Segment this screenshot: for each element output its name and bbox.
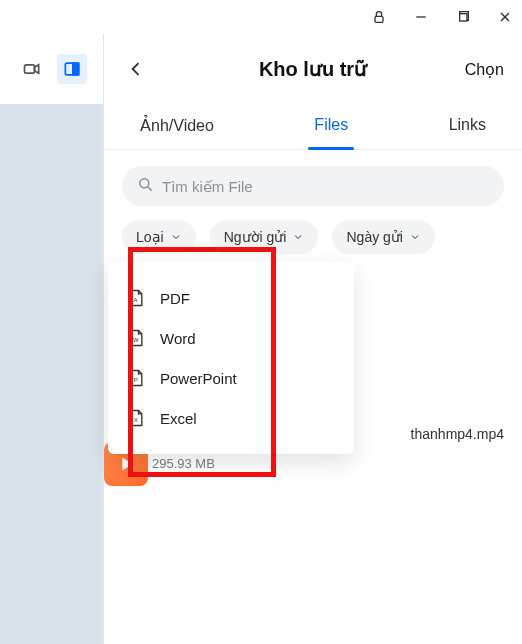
search-bar[interactable] [122,166,504,206]
dropdown-item-excel[interactable]: X Excel [118,398,344,438]
dropdown-item-label: PowerPoint [160,370,237,387]
select-button[interactable]: Chọn [465,60,504,79]
left-sidebar [0,34,104,644]
main-panel: Kho lưu trữ Chọn Ảnh/Video Files Links L… [104,34,522,644]
chevron-down-icon [409,231,421,243]
filters-row: Loại Người gửi Ngày gửi [104,220,522,268]
excel-icon: X [126,407,146,429]
dropdown-item-label: Word [160,330,196,347]
app-body: Kho lưu trữ Chọn Ảnh/Video Files Links L… [0,34,522,644]
filter-type-chip[interactable]: Loại [122,220,196,254]
svg-text:X: X [134,417,138,423]
search-icon [136,175,154,197]
search-input[interactable] [162,178,490,195]
svg-rect-0 [375,16,383,22]
svg-text:A: A [134,297,138,303]
window-controls [0,0,522,34]
restore-icon[interactable] [454,8,472,26]
type-dropdown: A PDF W Word P PowerPoint X Excel [108,262,354,454]
tab-files[interactable]: Files [308,104,354,149]
video-call-button[interactable] [17,54,47,84]
tab-links[interactable]: Links [443,104,492,149]
file-name[interactable]: thanhmp4.mp4 [411,426,504,442]
svg-line-10 [148,187,152,191]
sidebar-blank-area [0,104,103,644]
dropdown-item-pdf[interactable]: A PDF [118,278,344,318]
panel-toggle-button[interactable] [57,54,87,84]
filter-date-chip[interactable]: Ngày gửi [332,220,434,254]
tabs-bar: Ảnh/Video Files Links [104,104,522,150]
back-button[interactable] [122,55,150,83]
panel-header: Kho lưu trữ Chọn [104,34,522,104]
svg-rect-5 [24,65,34,73]
svg-marker-11 [122,458,132,471]
chevron-down-icon [292,231,304,243]
content-area: thanhmp4.mp4 295.93 MB A PDF W Word P Po… [104,268,522,644]
tab-photo-video[interactable]: Ảnh/Video [134,104,220,149]
svg-point-9 [140,179,149,188]
svg-text:P: P [134,377,138,383]
dropdown-item-powerpoint[interactable]: P PowerPoint [118,358,344,398]
svg-rect-2 [460,14,467,21]
powerpoint-icon: P [126,367,146,389]
chevron-down-icon [170,231,182,243]
close-icon[interactable] [496,8,514,26]
filter-sender-label: Người gửi [224,229,287,245]
file-size: 295.93 MB [152,456,215,471]
dropdown-item-word[interactable]: W Word [118,318,344,358]
minimize-icon[interactable] [412,8,430,26]
dropdown-item-label: Excel [160,410,197,427]
page-title: Kho lưu trữ [259,57,367,81]
filter-date-label: Ngày gửi [346,229,402,245]
dropdown-item-label: PDF [160,290,190,307]
lock-icon[interactable] [370,8,388,26]
svg-text:W: W [133,337,139,343]
filter-type-label: Loại [136,229,164,245]
filter-sender-chip[interactable]: Người gửi [210,220,319,254]
pdf-icon: A [126,287,146,309]
svg-rect-8 [72,63,78,75]
word-icon: W [126,327,146,349]
